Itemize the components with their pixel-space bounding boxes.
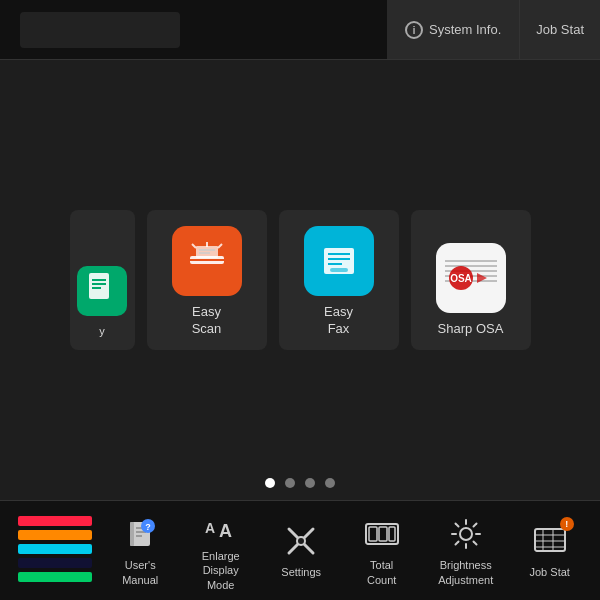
svg-rect-39 xyxy=(379,527,387,541)
app-grid: y xyxy=(30,210,570,350)
users-manual-item[interactable]: ? User's Manual xyxy=(110,501,170,600)
brightness-icon xyxy=(446,514,486,554)
enlarge-icon: A A xyxy=(201,509,241,545)
svg-rect-6 xyxy=(196,246,218,258)
svg-text:A: A xyxy=(219,521,232,541)
total-count-label: Total Count xyxy=(367,558,396,587)
osa-icon-svg: OSA xyxy=(441,253,501,303)
page-dot-4[interactable] xyxy=(325,478,335,488)
enlarge-display-label: Enlarge Display Mode xyxy=(202,549,240,592)
fax-icon-svg xyxy=(314,236,364,286)
color-bar-red xyxy=(18,516,92,526)
svg-rect-50 xyxy=(535,529,565,551)
info-icon: i xyxy=(405,21,423,39)
copy-icon-svg xyxy=(87,273,117,309)
svg-text:OSA: OSA xyxy=(450,273,472,284)
top-bar-right: i System Info. Job Stat xyxy=(387,0,600,59)
job-stat-top-button[interactable]: Job Stat xyxy=(520,0,600,59)
main-area: y xyxy=(0,60,600,500)
top-bar: i System Info. Job Stat xyxy=(0,0,600,60)
svg-rect-0 xyxy=(89,273,109,299)
bottom-bar: ? User's Manual A A Enlarge Display Mode xyxy=(0,500,600,600)
settings-item[interactable]: Settings xyxy=(271,501,331,600)
brightness-label: Brightness Adjustment xyxy=(438,558,493,587)
users-manual-label: User's Manual xyxy=(122,558,158,587)
sharp-osa-label: Sharp OSA xyxy=(438,321,504,338)
jobstat-icon: ! xyxy=(530,521,570,561)
color-bar-green xyxy=(18,572,92,582)
easy-fax-label: Easy Fax xyxy=(324,304,353,338)
svg-text:?: ? xyxy=(145,522,151,532)
app-tile-sharp-osa[interactable]: OSA Sharp OSA xyxy=(411,210,531,350)
svg-line-47 xyxy=(473,542,476,545)
page-indicators xyxy=(0,478,600,488)
job-stat-badge: ! xyxy=(560,517,574,531)
color-bar-orange xyxy=(18,530,92,540)
job-stat-bottom-item[interactable]: ! Job Stat xyxy=(520,501,580,600)
easy-scan-label: Easy Scan xyxy=(192,304,222,338)
partial-label: y xyxy=(99,324,105,338)
job-stat-top-label: Job Stat xyxy=(536,22,584,37)
app-tile-easy-fax[interactable]: Easy Fax xyxy=(279,210,399,350)
system-info-button[interactable]: i System Info. xyxy=(387,0,520,59)
svg-line-48 xyxy=(473,524,476,527)
page-dot-1[interactable] xyxy=(265,478,275,488)
system-info-label: System Info. xyxy=(429,22,501,37)
svg-point-36 xyxy=(297,537,305,545)
scan-icon-svg xyxy=(182,236,232,286)
bottom-items: ? User's Manual A A Enlarge Display Mode xyxy=(100,501,590,600)
job-stat-bottom-label: Job Stat xyxy=(530,565,570,579)
svg-rect-40 xyxy=(389,527,395,541)
color-bar-cyan xyxy=(18,544,92,554)
color-bars xyxy=(10,511,100,591)
svg-rect-16 xyxy=(330,268,348,272)
svg-point-41 xyxy=(460,528,472,540)
settings-icon xyxy=(281,521,321,561)
svg-line-46 xyxy=(455,524,458,527)
app-tile-easy-scan[interactable]: Easy Scan xyxy=(147,210,267,350)
enlarge-display-item[interactable]: A A Enlarge Display Mode xyxy=(191,501,251,600)
svg-line-11 xyxy=(218,244,222,248)
app-tile-partial[interactable]: y xyxy=(70,210,135,350)
easy-fax-icon xyxy=(304,226,374,296)
svg-rect-38 xyxy=(369,527,377,541)
logo-area xyxy=(20,12,180,48)
settings-label: Settings xyxy=(281,565,321,579)
svg-rect-26 xyxy=(130,522,134,546)
counter-icon xyxy=(362,514,402,554)
partial-icon xyxy=(77,266,127,316)
top-bar-left xyxy=(0,12,387,48)
svg-line-9 xyxy=(192,244,196,248)
svg-line-49 xyxy=(455,542,458,545)
easy-scan-icon xyxy=(172,226,242,296)
color-bar-dark xyxy=(18,558,92,568)
svg-text:A: A xyxy=(205,520,215,536)
brightness-item[interactable]: Brightness Adjustment xyxy=(432,501,499,600)
book-icon: ? xyxy=(120,514,160,554)
page-dot-3[interactable] xyxy=(305,478,315,488)
page-dot-2[interactable] xyxy=(285,478,295,488)
sharp-osa-icon: OSA xyxy=(436,243,506,313)
total-count-item[interactable]: Total Count xyxy=(352,501,412,600)
